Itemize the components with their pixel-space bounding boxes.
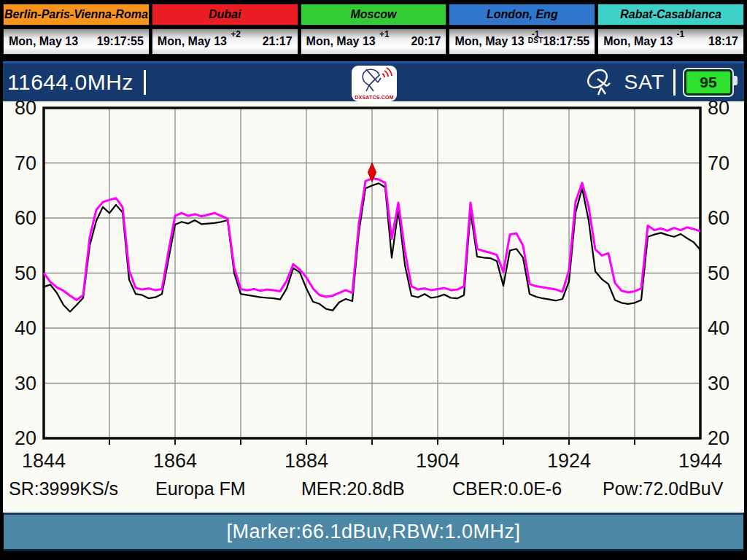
text-cursor [144, 70, 146, 95]
svg-text:1864: 1864 [153, 450, 197, 472]
svg-text:1904: 1904 [416, 450, 460, 472]
frequency-display[interactable]: 11644.0MHz [7, 70, 133, 95]
clock-cell-4: Mon, May 13-118:17 [597, 28, 744, 55]
clock-date: Mon, May 13 [9, 35, 78, 48]
svg-text:40: 40 [708, 317, 729, 339]
clock-strip: Berlin-Paris-Vienna-RomaDubaiMoscowLondo… [3, 4, 744, 55]
clock-date: Mon, May 13 [306, 35, 376, 48]
clock-date: Mon, May 13 [603, 35, 673, 48]
clock-cell-2: Mon, May 13+120:17 [301, 28, 447, 55]
svg-text:20: 20 [708, 427, 729, 449]
svg-text:70: 70 [15, 152, 36, 174]
channel-name: Europa FM [155, 478, 246, 499]
satellite-meter-screen: Berlin-Paris-Vienna-RomaDubaiMoscowLondo… [0, 0, 747, 560]
main-header: 11644.0MHz DXSATCS.COM [0, 61, 747, 101]
mer-readout: MER:20.8dB [301, 478, 405, 499]
svg-text:1844: 1844 [22, 450, 66, 472]
utc-offset: -1 [677, 31, 685, 38]
logo-text: DXSATCS.COM [355, 95, 393, 100]
clock-cell-0: Mon, May 1319:17:55 [3, 28, 150, 55]
utc-offset: +1 [379, 31, 390, 38]
marker-status-bar: [Marker:66.1dBuv,RBW:1.0MHz] [4, 513, 743, 551]
city-header-2: Moscow [301, 4, 447, 26]
clock-date: Mon, May 13 [158, 35, 227, 48]
utc-offset: +2 [231, 31, 241, 38]
svg-text:70: 70 [708, 152, 729, 174]
satellite-dish-icon [585, 68, 616, 97]
power-readout: Pow:72.0dBuV [603, 478, 723, 499]
header-right-group: SAT 95 [585, 63, 738, 101]
svg-text:80: 80 [15, 101, 36, 119]
logo-dish-icon [356, 66, 392, 94]
city-header-0: Berlin-Paris-Vienna-Roma [3, 4, 150, 26]
cber-readout: CBER:0.0E-6 [452, 478, 562, 499]
utc-offset: -1DST [528, 31, 543, 44]
battery-level: 95 [700, 74, 716, 91]
svg-text:50: 50 [708, 262, 729, 284]
marker-readout: [Marker:66.1dBuv,RBW:1.0MHz] [226, 521, 520, 543]
svg-text:40: 40 [15, 317, 36, 339]
spectrum-chart[interactable]: 2020303040405050606070708080184418641884… [0, 101, 747, 481]
sat-label: SAT [624, 71, 665, 94]
svg-text:60: 60 [708, 207, 729, 229]
svg-text:60: 60 [15, 207, 36, 229]
svg-text:1944: 1944 [678, 450, 722, 472]
spectrum-panel: 2020303040405050606070708080184418641884… [0, 101, 747, 513]
symbol-rate-readout: SR:3999KS/s [9, 478, 118, 499]
battery-indicator: 95 [684, 69, 732, 96]
clock-cell-1: Mon, May 13+221:17 [152, 28, 298, 55]
svg-text:20: 20 [15, 427, 36, 449]
city-header-3: London, Eng [449, 4, 595, 26]
clock-time: 21:17 [263, 35, 293, 48]
dxsatcs-logo: DXSATCS.COM [352, 66, 397, 101]
svg-text:30: 30 [708, 373, 729, 394]
header-divider [673, 69, 676, 96]
clock-time: 20:17 [411, 35, 441, 48]
city-header-4: Rabat-Casablanca [597, 4, 744, 26]
city-header-1: Dubai [152, 4, 298, 26]
svg-text:50: 50 [15, 262, 36, 284]
svg-text:1884: 1884 [285, 450, 328, 472]
svg-text:80: 80 [708, 101, 729, 119]
clock-date: Mon, May 13 [454, 35, 524, 48]
clock-time: 18:17 [708, 35, 738, 48]
svg-text:30: 30 [15, 373, 36, 394]
svg-text:1924: 1924 [547, 450, 591, 472]
clock-time: 19:17:55 [97, 35, 144, 48]
clock-time: 18:17:55 [543, 35, 589, 48]
clock-cell-3: Mon, May 13-1DST18:17:55 [449, 28, 595, 55]
